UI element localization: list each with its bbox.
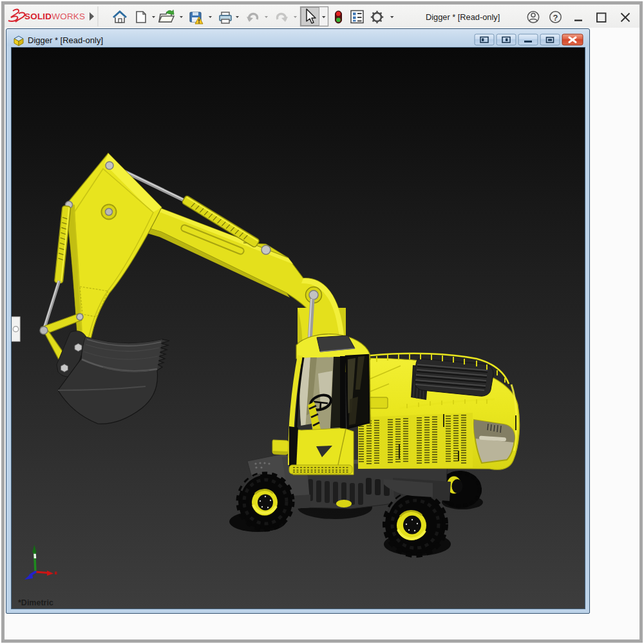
svg-text:?: ? (553, 13, 558, 23)
svg-text:*Dimetric: *Dimetric (18, 598, 53, 607)
svg-text:Digger * [Read-only]: Digger * [Read-only] (28, 35, 103, 45)
svg-text:Digger * [Read-only]: Digger * [Read-only] (426, 12, 500, 22)
